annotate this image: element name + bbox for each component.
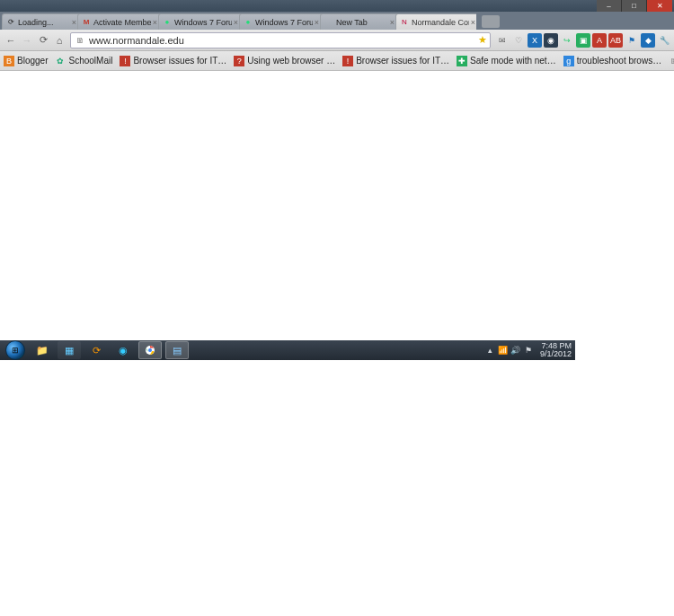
taskbar-clock[interactable]: 7:48 PM 9/1/2012 [540,342,572,358]
system-tray: ▴ 📶 🔊 ⚑ 7:48 PM 9/1/2012 [484,342,575,358]
tab-label: Windows 7 Forums [255,18,313,27]
taskbar-app[interactable]: ▤ [165,341,189,359]
bookmark-label: Blogger [17,56,48,66]
tab-close-icon[interactable]: × [390,18,395,27]
media-ext-icon[interactable]: ▣ [576,33,590,48]
close-button[interactable]: ✕ [647,0,672,12]
schoolmail-icon: ✿ [55,56,66,66]
maximize-button[interactable]: □ [622,0,647,12]
bookmarks-bar: BBlogger ✿SchoolMail !Browser issues for… [0,51,674,71]
tab-loading[interactable]: ⟳ Loading... × [2,13,81,30]
tab-close-icon[interactable]: × [72,18,76,27]
bookmark-label: Browser issues for IT… [133,56,226,66]
tab-close-icon[interactable]: × [153,18,157,27]
tab-strip-scroll: ⟳ Loading... × M Activate Membership - c… [2,12,476,30]
spinner-icon: ⟳ [6,18,15,27]
tab-label: Loading... [18,18,70,27]
taskbar-hp[interactable]: ⟳ [84,341,108,359]
tab-close-icon[interactable]: × [471,18,475,27]
plus-icon: ✚ [457,56,467,66]
tab-close-icon[interactable]: × [315,18,319,27]
bookmark-using-browser[interactable]: ?Using web browser … [234,56,335,66]
extension-icons: ✉ ♡ X ◉ ↪ ▣ A AB ⚑ ◆ 🔧 [493,33,671,48]
google-icon: g [563,56,574,66]
address-bar[interactable]: 🗎 www.normandale.edu ★ [70,32,491,48]
page-icon: 🗎 [669,56,674,66]
taskbar-explorer[interactable]: 📁 [31,341,54,359]
bookmark-label: Using web browser … [247,56,335,66]
ad-ext-icon[interactable]: A [592,33,607,48]
action-center-icon[interactable]: ⚑ [522,346,535,355]
tab-label: New Tab [336,18,388,27]
shield-ext-icon[interactable]: ◉ [544,33,558,48]
page-icon: 🗎 [74,34,86,47]
tab-normandale[interactable]: N Normandale Community… × [395,13,476,30]
x-ext-icon[interactable]: X [528,33,542,48]
bookmark-blogger[interactable]: BBlogger [4,56,48,66]
bookmark-star-icon[interactable]: ★ [475,34,490,46]
forum-icon: ● [163,18,172,27]
chrome-icon [145,345,155,356]
help-icon: ? [234,56,244,66]
bookmark-browser-issues-1[interactable]: !Browser issues for IT… [120,56,226,66]
tab-forums-post[interactable]: ● Windows 7 Forums - Post… × [158,13,243,30]
ab-ext-icon[interactable]: AB [608,33,623,48]
bookmark-troubleshoot[interactable]: gtroubleshoot brows… [563,56,662,66]
tray-up-icon[interactable]: ▴ [484,346,497,355]
site-icon: N [400,18,409,27]
taskbar-eye[interactable]: ◉ [111,341,135,359]
bookmark-label: Safe mode with net… [470,56,556,66]
tab-close-icon[interactable]: × [234,18,238,27]
volume-icon[interactable]: 🔊 [510,346,522,355]
home-button[interactable]: ⌂ [51,32,67,48]
forum-icon: ● [244,18,253,27]
forward-button[interactable]: → [19,32,35,48]
tab-label: Windows 7 Forums - Post… [174,18,232,27]
new-tab-button[interactable] [482,15,500,28]
tab-newtab[interactable]: New Tab × [320,13,399,30]
blue-ext-icon[interactable]: ◆ [641,33,655,48]
clock-date: 9/1/2012 [540,350,572,358]
windows-taskbar: ⊞ 📁 ▦ ⟳ ◉ ▤ ▴ 📶 🔊 ⚑ 7:48 PM 9/1/2012 [0,340,575,360]
wrench-icon[interactable]: 🔧 [657,33,671,48]
share-ext-icon[interactable]: ↪ [560,33,574,48]
bookmark-label: troubleshoot brows… [577,56,662,66]
network-icon[interactable]: 📶 [497,346,510,355]
tab-gmail[interactable]: M Activate Membership - c… × [77,13,162,30]
window-controls: – □ ✕ [597,0,672,12]
tab-strip: ⟳ Loading... × M Activate Membership - c… [0,12,674,30]
gmail-icon: M [82,18,91,27]
reload-button[interactable]: ⟳ [35,32,51,48]
windows-logo-icon: ⊞ [12,346,19,355]
bookmark-capital1[interactable]: 🗎Capital 1 [669,56,674,66]
minimize-button[interactable]: – [597,0,622,12]
taskbar-chrome[interactable] [138,341,162,359]
flag-ext-icon[interactable]: ⚑ [625,33,639,48]
page-content [0,71,674,340]
alert-icon: ! [120,56,130,66]
heart-ext-icon[interactable]: ♡ [511,33,526,48]
svg-point-1 [148,348,152,352]
tab-forums[interactable]: ● Windows 7 Forums × [239,13,324,30]
tab-label: Activate Membership - c… [93,18,151,27]
window-titlebar: – □ ✕ [0,0,674,12]
mail-ext-icon[interactable]: ✉ [495,33,510,48]
url-text: www.normandale.edu [89,35,475,46]
blank-icon [324,18,333,27]
bookmark-safemode[interactable]: ✚Safe mode with net… [457,56,556,66]
back-button[interactable]: ← [3,32,19,48]
bookmark-label: Browser issues for IT… [356,56,449,66]
taskbar-wmp[interactable]: ▦ [58,341,81,359]
tab-label: Normandale Community… [412,18,469,27]
bookmark-label: SchoolMail [68,56,112,66]
browser-toolbar: ← → ⟳ ⌂ 🗎 www.normandale.edu ★ ✉ ♡ X ◉ ↪… [0,30,674,51]
blogger-icon: B [4,56,14,66]
bookmark-browser-issues-2[interactable]: !Browser issues for IT… [342,56,449,66]
bookmark-schoolmail[interactable]: ✿SchoolMail [55,56,112,66]
start-button[interactable]: ⊞ [5,340,25,360]
alert-icon: ! [342,56,353,66]
